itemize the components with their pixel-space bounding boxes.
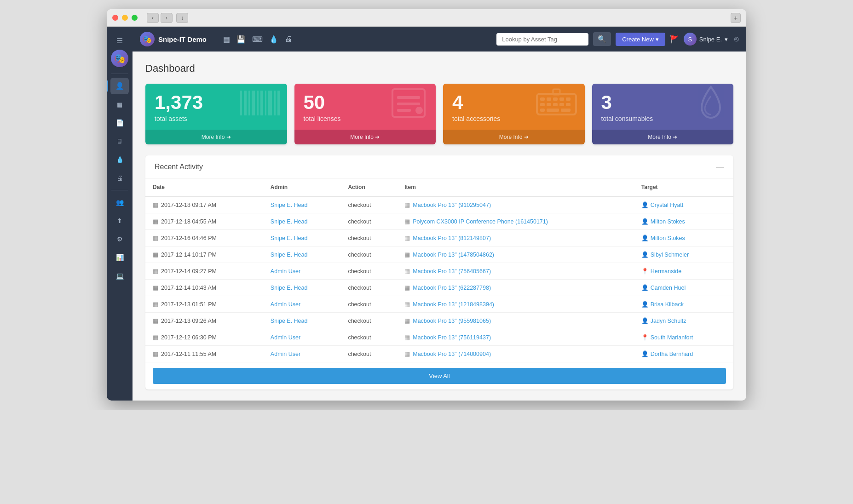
forward-button[interactable]: ›: [161, 13, 173, 23]
cell-target[interactable]: 👤Dortha Bernhard: [634, 346, 733, 362]
sidebar-item-dashboard[interactable]: 👤: [110, 78, 129, 94]
keyboard-nav-icon[interactable]: ⌨: [252, 35, 263, 44]
cell-item[interactable]: ▦Macbook Pro 13" (622287798): [397, 280, 634, 296]
cell-item[interactable]: ▦Macbook Pro 13" (812149807): [397, 230, 634, 246]
item-link[interactable]: Macbook Pro 13" (910295047): [413, 202, 491, 208]
admin-link[interactable]: Snipe E. Head: [271, 235, 308, 241]
consumables-more-info[interactable]: More Info ➜: [592, 130, 734, 144]
admin-link[interactable]: Snipe E. Head: [271, 218, 308, 225]
minimize-button[interactable]: [122, 15, 128, 21]
admin-link[interactable]: Admin User: [271, 334, 300, 341]
view-all-button[interactable]: View All: [153, 368, 726, 384]
cell-target[interactable]: 👤Brisa Kilback: [634, 296, 733, 313]
item-link[interactable]: Polycom CX3000 IP Conference Phone (1614…: [413, 218, 548, 225]
admin-link[interactable]: Admin User: [271, 268, 300, 275]
cell-admin[interactable]: Snipe E. Head: [263, 313, 341, 329]
maximize-button[interactable]: [132, 15, 138, 21]
floppy-nav-icon[interactable]: 💾: [236, 35, 246, 44]
cell-action: checkout: [340, 329, 397, 346]
item-link[interactable]: Macbook Pro 13" (714000904): [413, 351, 491, 357]
admin-link[interactable]: Snipe E. Head: [271, 285, 308, 291]
cell-admin[interactable]: Snipe E. Head: [263, 230, 341, 246]
sidebar-item-licenses[interactable]: 📄: [110, 115, 129, 131]
admin-link[interactable]: Admin User: [271, 301, 300, 308]
cell-target[interactable]: 👤Crystal Hyatt: [634, 196, 733, 213]
item-link[interactable]: Macbook Pro 13" (1478504862): [413, 252, 494, 258]
sidebar-item-components[interactable]: 🖨: [110, 170, 129, 186]
target-link[interactable]: Camden Huel: [651, 285, 686, 291]
collapse-button[interactable]: —: [716, 162, 724, 172]
sidebar-item-settings[interactable]: ⚙: [110, 231, 129, 247]
admin-link[interactable]: Snipe E. Head: [271, 252, 308, 258]
target-link[interactable]: Milton Stokes: [651, 218, 685, 225]
assets-more-info[interactable]: More Info ➜: [145, 130, 287, 144]
item-link[interactable]: Macbook Pro 13" (756119437): [413, 334, 491, 341]
item-link[interactable]: Macbook Pro 13" (756405667): [413, 268, 491, 275]
target-link[interactable]: Milton Stokes: [651, 235, 685, 241]
licenses-more-info[interactable]: More Info ➜: [294, 130, 436, 144]
cell-admin[interactable]: Admin User: [263, 346, 341, 362]
accessories-more-info[interactable]: More Info ➜: [443, 130, 585, 144]
item-link[interactable]: Macbook Pro 13" (1218498394): [413, 301, 494, 308]
cell-admin[interactable]: Admin User: [263, 329, 341, 346]
item-link[interactable]: Macbook Pro 13" (812149807): [413, 235, 491, 241]
create-new-button[interactable]: Create New ▾: [616, 33, 665, 46]
print-nav-icon[interactable]: 🖨: [285, 35, 292, 43]
cell-admin[interactable]: Snipe E. Head: [263, 246, 341, 263]
navbar-user[interactable]: S Snipe E. ▾: [684, 33, 728, 46]
barcode-nav-icon[interactable]: ▦: [223, 35, 230, 44]
cell-admin[interactable]: Snipe E. Head: [263, 280, 341, 296]
cell-admin[interactable]: Admin User: [263, 296, 341, 313]
item-link[interactable]: Macbook Pro 13" (955981065): [413, 318, 491, 324]
tint-nav-icon[interactable]: 💧: [269, 35, 278, 44]
download-button[interactable]: ↓: [176, 13, 188, 23]
cell-item[interactable]: ▦Macbook Pro 13" (1478504862): [397, 246, 634, 263]
target-link[interactable]: Jadyn Schultz: [651, 318, 686, 324]
sidebar-item-accessories[interactable]: 🖥: [110, 133, 129, 149]
sidebar-item-view[interactable]: 💻: [110, 268, 129, 284]
item-link[interactable]: Macbook Pro 13" (622287798): [413, 285, 491, 291]
dashboard-icon: 👤: [115, 82, 124, 90]
admin-link[interactable]: Snipe E. Head: [271, 318, 308, 324]
back-button[interactable]: ‹: [147, 13, 159, 23]
target-link[interactable]: Hermanside: [651, 268, 681, 275]
cell-target[interactable]: 👤Milton Stokes: [634, 213, 733, 230]
cell-target[interactable]: 👤Jadyn Schultz: [634, 313, 733, 329]
target-link[interactable]: Crystal Hyatt: [651, 202, 684, 208]
cell-item[interactable]: ▦Macbook Pro 13" (955981065): [397, 313, 634, 329]
cell-date: ▦2017-12-14 09:27 PM: [145, 263, 263, 280]
cell-target[interactable]: 👤Camden Huel: [634, 280, 733, 296]
cell-item[interactable]: ▦Macbook Pro 13" (756119437): [397, 329, 634, 346]
cell-target[interactable]: 👤Sibyl Schmeler: [634, 246, 733, 263]
sidebar-item-assets[interactable]: ▦: [110, 96, 129, 113]
admin-link[interactable]: Admin User: [271, 351, 300, 357]
sidebar-item-consumables[interactable]: 💧: [110, 151, 129, 168]
share-icon[interactable]: ⎋: [734, 35, 739, 43]
cell-item[interactable]: ▦Macbook Pro 13" (1218498394): [397, 296, 634, 313]
cell-admin[interactable]: Admin User: [263, 263, 341, 280]
sidebar-item-import[interactable]: ⬆: [110, 212, 129, 229]
sidebar-item-reports[interactable]: 📊: [110, 249, 129, 266]
target-link[interactable]: South Marianfort: [651, 334, 693, 341]
cell-item[interactable]: ▦Macbook Pro 13" (714000904): [397, 346, 634, 362]
cell-item[interactable]: ▦Polycom CX3000 IP Conference Phone (161…: [397, 213, 634, 230]
cell-item[interactable]: ▦Macbook Pro 13" (910295047): [397, 196, 634, 213]
target-link[interactable]: Sibyl Schmeler: [651, 252, 689, 258]
target-link[interactable]: Dortha Bernhard: [651, 351, 693, 357]
new-tab-button[interactable]: +: [731, 13, 741, 23]
sidebar-item-people[interactable]: 👥: [110, 194, 129, 211]
admin-link[interactable]: Snipe E. Head: [271, 202, 308, 208]
cell-target[interactable]: 👤Milton Stokes: [634, 230, 733, 246]
cell-target[interactable]: 📍South Marianfort: [634, 329, 733, 346]
sidebar-item-menu[interactable]: ☰: [110, 32, 129, 49]
target-link[interactable]: Brisa Kilback: [651, 301, 684, 308]
user-target-icon: 👤: [641, 235, 649, 241]
flag-icon[interactable]: 🚩: [670, 35, 679, 44]
cell-target[interactable]: 📍Hermanside: [634, 263, 733, 280]
cell-admin[interactable]: Snipe E. Head: [263, 213, 341, 230]
cell-item[interactable]: ▦Macbook Pro 13" (756405667): [397, 263, 634, 280]
asset-tag-search-input[interactable]: [496, 33, 588, 46]
close-button[interactable]: [112, 15, 118, 21]
cell-admin[interactable]: Snipe E. Head: [263, 196, 341, 213]
search-button[interactable]: 🔍: [593, 32, 611, 46]
